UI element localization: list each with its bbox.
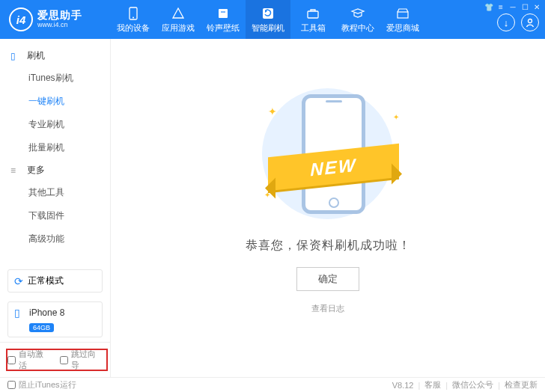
store-icon	[395, 6, 410, 21]
nav-label: 铃声壁纸	[207, 22, 240, 34]
phone-icon: ▯	[10, 51, 21, 61]
nav-flash[interactable]: 智能刷机	[246, 0, 290, 39]
nav-label: 工具箱	[301, 22, 326, 34]
phone-icon: ▯	[14, 307, 25, 319]
titlebar: i4 爱思助手 www.i4.cn 我的设备 应用游戏 铃声壁纸 智能刷机 工具…	[0, 0, 545, 39]
flash-icon	[261, 6, 275, 21]
checkbox-label: 阻止iTunes运行	[19, 379, 76, 391]
sidebar-item-advanced[interactable]: 高级功能	[0, 227, 110, 251]
toolbox-icon	[305, 6, 320, 21]
nav-label: 应用游戏	[162, 22, 195, 34]
storage-badge: 64GB	[29, 323, 54, 332]
nav-store[interactable]: 爱思商城	[380, 0, 425, 39]
mode-indicator[interactable]: ⟳ 正常模式	[7, 269, 103, 293]
svg-point-1	[133, 16, 134, 18]
window-controls: 👕 ≡ ─ ☐ ✕	[484, 2, 542, 11]
view-log-link[interactable]: 查看日志	[311, 303, 344, 314]
nav-label: 我的设备	[117, 22, 150, 34]
auto-activate-checkbox[interactable]: 自动激活	[7, 349, 51, 371]
version-label: V8.12	[392, 381, 414, 390]
device-name: iPhone 8	[29, 307, 96, 318]
device-icon	[126, 6, 141, 21]
close-icon[interactable]: ✕	[532, 2, 542, 11]
sidebar-item-oneclick-flash[interactable]: 一键刷机	[0, 90, 110, 113]
block-itunes-checkbox[interactable]: 阻止iTunes运行	[7, 379, 76, 391]
mode-label: 正常模式	[28, 275, 64, 287]
svg-rect-2	[219, 9, 228, 18]
checkbox-label: 跳过向导	[71, 349, 103, 371]
maximize-icon[interactable]: ☐	[520, 2, 530, 11]
nav-label: 智能刷机	[252, 22, 284, 34]
svg-rect-4	[308, 11, 318, 18]
checkbox-label: 自动激活	[19, 349, 51, 371]
success-illustration: ✦ ✦ ✦ NEW	[246, 87, 410, 221]
sidebar: ▯ 刷机 iTunes刷机 一键刷机 专业刷机 批量刷机 ≡ 更多 其他工具 下…	[0, 39, 111, 377]
sidebar-item-download-fw[interactable]: 下载固件	[0, 204, 110, 227]
skip-guide-checkbox[interactable]: 跳过向导	[60, 349, 103, 371]
group-title: 更多	[27, 164, 45, 177]
device-indicator[interactable]: ▯ iPhone 8 64GB	[7, 301, 103, 337]
user-icon[interactable]	[521, 13, 539, 31]
logo-icon: i4	[9, 7, 33, 31]
apps-icon	[171, 6, 186, 21]
sidebar-item-itunes-flash[interactable]: iTunes刷机	[0, 67, 110, 90]
header-actions: ↓	[497, 13, 539, 31]
svg-point-6	[529, 19, 532, 23]
nav-ringtones[interactable]: 铃声壁纸	[201, 0, 246, 39]
support-link[interactable]: 客服	[424, 379, 441, 391]
download-icon[interactable]: ↓	[497, 13, 515, 31]
flash-options: 自动激活 跳过向导	[0, 342, 110, 377]
ok-button[interactable]: 确定	[296, 267, 359, 291]
wechat-link[interactable]: 微信公众号	[452, 379, 493, 391]
nav-tutorials[interactable]: 教程中心	[335, 0, 380, 39]
check-update-link[interactable]: 检查更新	[505, 379, 538, 391]
tutorial-icon	[350, 6, 365, 21]
nav-my-device[interactable]: 我的设备	[111, 0, 156, 39]
nav-label: 教程中心	[341, 22, 374, 34]
logo[interactable]: i4 爱思助手 www.i4.cn	[0, 7, 111, 31]
menu-icon[interactable]: ≡	[496, 2, 506, 11]
nav-tabs: 我的设备 应用游戏 铃声壁纸 智能刷机 工具箱 教程中心 爱思商城	[111, 0, 425, 39]
skin-icon[interactable]: 👕	[484, 2, 494, 11]
nav-label: 爱思商城	[386, 22, 419, 34]
sidebar-item-batch-flash[interactable]: 批量刷机	[0, 136, 110, 159]
ringtone-icon	[216, 6, 231, 21]
main-content: ✦ ✦ ✦ NEW 恭喜您，保资料刷机成功啦！ 确定 查看日志	[111, 39, 545, 377]
sidebar-group-more[interactable]: ≡ 更多	[0, 159, 110, 181]
sidebar-item-pro-flash[interactable]: 专业刷机	[0, 113, 110, 136]
success-message: 恭喜您，保资料刷机成功啦！	[246, 238, 411, 254]
app-name: 爱思助手	[37, 10, 82, 21]
minimize-icon[interactable]: ─	[508, 2, 518, 11]
nav-apps[interactable]: 应用游戏	[156, 0, 201, 39]
svg-rect-5	[398, 12, 408, 18]
group-title: 刷机	[27, 49, 45, 62]
refresh-icon: ⟳	[14, 275, 23, 287]
statusbar: 阻止iTunes运行 V8.12 | 客服 | 微信公众号 | 检查更新	[0, 377, 545, 392]
nav-toolbox[interactable]: 工具箱	[290, 0, 335, 39]
more-icon: ≡	[10, 165, 21, 176]
app-url: www.i4.cn	[37, 22, 82, 29]
sidebar-item-other-tools[interactable]: 其他工具	[0, 181, 110, 204]
sidebar-group-flash[interactable]: ▯ 刷机	[0, 45, 110, 67]
